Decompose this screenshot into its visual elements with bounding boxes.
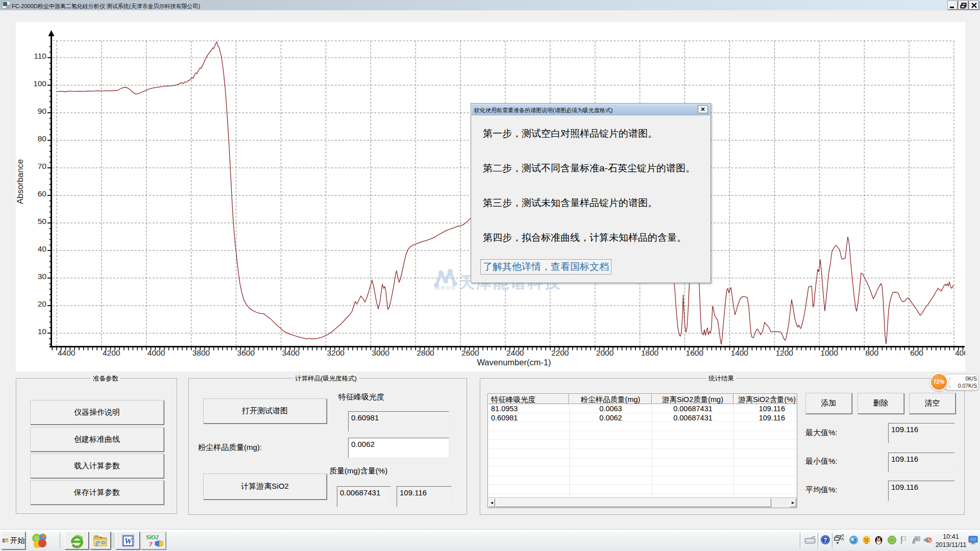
svg-text:40: 40	[38, 244, 47, 253]
svg-text:2800: 2800	[416, 348, 434, 357]
svg-text:NP: NP	[446, 274, 451, 278]
svg-text:3400: 3400	[282, 348, 300, 357]
svg-text:Wavenumber(cm-1): Wavenumber(cm-1)	[477, 358, 551, 367]
svg-text:2600: 2600	[461, 348, 479, 357]
svg-text:3800: 3800	[192, 348, 210, 357]
svg-text:1800: 1800	[641, 348, 659, 357]
svg-text:3000: 3000	[372, 348, 389, 357]
svg-text:SiO2: SiO2	[146, 534, 159, 541]
svg-text:30: 30	[38, 272, 47, 281]
svg-text:能谱科技: 能谱科技	[435, 285, 456, 290]
svg-text:20: 20	[38, 299, 47, 308]
svg-text:2000: 2000	[596, 348, 614, 357]
svg-text:2200: 2200	[551, 348, 569, 357]
svg-text:3200: 3200	[327, 348, 345, 357]
svg-text:W: W	[124, 536, 133, 546]
svg-text:400: 400	[955, 348, 965, 357]
svg-text:80: 80	[38, 134, 47, 143]
svg-text:4000: 4000	[148, 348, 165, 357]
svg-text:100: 100	[33, 79, 46, 88]
svg-text:4400: 4400	[58, 348, 76, 357]
svg-text:1000: 1000	[820, 348, 838, 357]
svg-text:10: 10	[38, 327, 47, 336]
svg-text:4200: 4200	[103, 348, 120, 357]
svg-text:60: 60	[38, 189, 47, 198]
svg-text:?: ?	[823, 537, 827, 544]
svg-text:2400: 2400	[506, 348, 524, 357]
svg-text:50: 50	[38, 217, 47, 226]
svg-text:Absorbance: Absorbance	[16, 159, 24, 204]
svg-text:70: 70	[38, 162, 47, 170]
svg-text:3600: 3600	[237, 348, 255, 357]
svg-text:1600: 1600	[686, 348, 704, 357]
svg-text:1400: 1400	[731, 348, 749, 357]
svg-text:600: 600	[910, 348, 923, 357]
svg-text:110: 110	[34, 52, 46, 60]
svg-text:7: 7	[149, 540, 153, 548]
svg-text:90: 90	[38, 107, 47, 115]
svg-text:800: 800	[865, 348, 878, 357]
svg-text:1200: 1200	[775, 348, 793, 357]
